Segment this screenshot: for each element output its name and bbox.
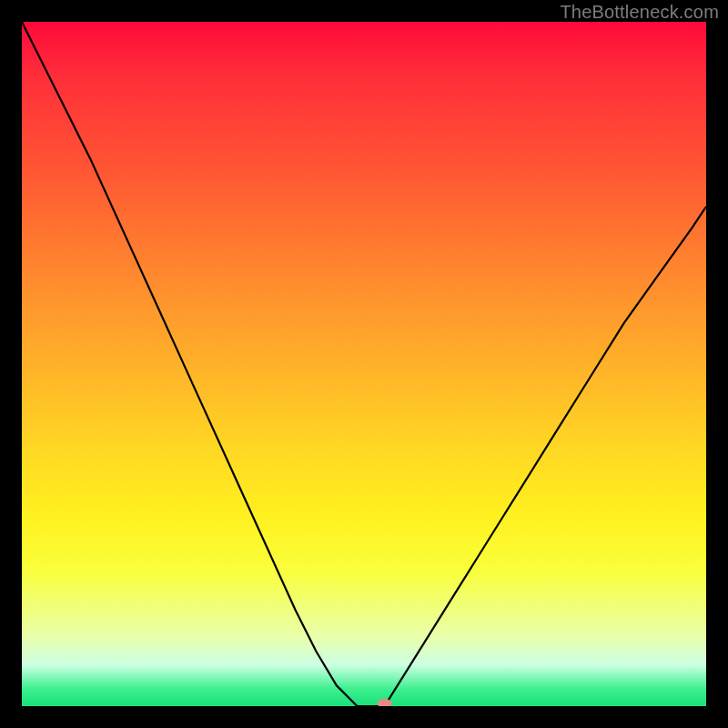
optimum-marker [378, 699, 392, 706]
attribution-text: TheBottleneck.com [560, 2, 719, 23]
curve-svg [22, 22, 706, 706]
plot-area [22, 22, 706, 706]
bottleneck-curve [22, 22, 706, 706]
chart-frame: TheBottleneck.com [0, 0, 728, 728]
